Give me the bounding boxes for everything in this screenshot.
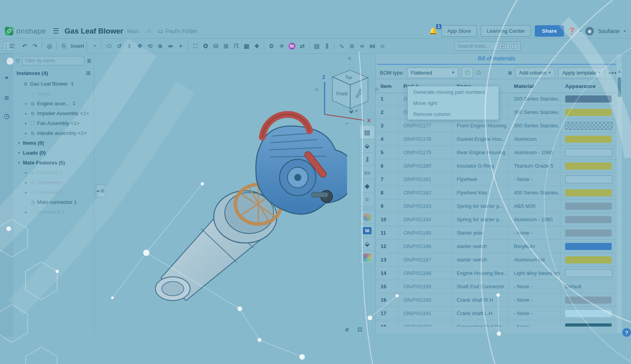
rain-curves-icon[interactable]: ≍	[358, 42, 366, 50]
cell-part-number[interactable]: ON/P/01185	[399, 226, 452, 239]
cell-material[interactable]: 300 Series Stainles...	[509, 92, 560, 105]
cell-material[interactable]: Aluminum	[509, 133, 560, 146]
workspace-name[interactable]: Main	[127, 28, 139, 34]
cell-appearance[interactable]	[560, 226, 617, 239]
cell-name[interactable]: Crank shaft L.H	[452, 307, 509, 320]
tree-item[interactable]: •Origin	[13, 89, 94, 99]
appearance-swatch[interactable]	[565, 269, 612, 277]
add-instance-icon[interactable]: ⁘	[4, 57, 9, 65]
mirror-icon[interactable]: ⇹	[166, 42, 175, 50]
user-avatar[interactable]: ☻	[585, 27, 594, 35]
snap-mode-icon[interactable]: ⌖	[176, 42, 185, 50]
cell-name[interactable]: Starter pole	[452, 226, 509, 239]
pattern-icon[interactable]: ⛁	[211, 42, 220, 50]
link-icon[interactable]: 🔗	[145, 28, 152, 35]
cell-material[interactable]: Beryllium	[509, 240, 560, 253]
cell-part-number[interactable]: ON/P/01186	[399, 240, 452, 253]
cell-name[interactable]: Spring for starter p...	[452, 213, 509, 226]
tree-item[interactable]: ◷Mate connector 1	[13, 197, 94, 207]
cell-appearance[interactable]	[560, 133, 617, 146]
context-menu-item[interactable]: Remove column	[408, 108, 498, 119]
chevron-down-icon[interactable]: ▾	[16, 151, 22, 155]
main-menu-icon[interactable]: ☰	[52, 27, 59, 35]
filter-input[interactable]: Filter by name	[22, 56, 84, 65]
tree-item[interactable]: ▸⧉Impeller Assembly <1>	[13, 108, 94, 118]
cell-part-number[interactable]: ON/P/01191	[399, 307, 452, 320]
cell-appearance[interactable]: Default	[560, 280, 617, 293]
table-icon[interactable]: ▦	[242, 42, 251, 50]
bom-scrollbar[interactable]: ▲	[617, 54, 622, 333]
cell-name[interactable]: Crank shaft R.H	[452, 293, 509, 306]
appearance-swatch[interactable]	[565, 323, 612, 327]
scroll-thumb[interactable]	[618, 77, 621, 97]
bowtie-icon[interactable]: ⋈	[368, 42, 377, 50]
sync-icon[interactable]: ◎	[45, 42, 54, 50]
col-material[interactable]: Material	[509, 83, 560, 89]
insert-person-icon[interactable]: ⊞	[222, 42, 230, 50]
help-bubble-button[interactable]: ?	[622, 328, 631, 337]
table-row[interactable]: 18ON/P/01192Connecting Rod Pin- None -	[376, 320, 617, 327]
appearance-swatch[interactable]	[565, 310, 612, 317]
app-cube-icon[interactable]: ⬙	[360, 237, 375, 250]
cell-material[interactable]: 400 Series Stainles...	[509, 186, 560, 199]
cell-appearance[interactable]	[560, 159, 617, 172]
table-row[interactable]: 11ON/P/01185Starter pole- None -	[376, 226, 617, 240]
appearance-swatch[interactable]	[565, 162, 612, 170]
cell-material[interactable]: 300 Series Stainles...	[509, 106, 560, 119]
add-column-button[interactable]: Add column ▾	[515, 67, 555, 78]
table-row[interactable]: 6ON/P/01180Insulator O-RingTitanium Grad…	[376, 159, 617, 173]
app-store-button[interactable]: App Store	[441, 25, 477, 37]
app-ni-icon[interactable]: NI	[360, 224, 375, 237]
appearance-swatch[interactable]	[565, 189, 612, 196]
history-icon[interactable]: ◷	[4, 112, 10, 120]
appearance-swatch[interactable]	[565, 297, 612, 304]
appearance-swatch[interactable]	[565, 216, 612, 223]
table-row[interactable]: 13ON/P/01187starter switchAluminum foil	[376, 253, 617, 267]
cell-material[interactable]: - None -	[509, 293, 560, 306]
mate-icon[interactable]: ⬭	[105, 42, 113, 50]
revolute-mate-icon[interactable]: ↺	[115, 42, 123, 50]
chevron-right-icon[interactable]: ▸	[23, 111, 29, 116]
cell-appearance[interactable]	[560, 106, 617, 119]
cell-part-number[interactable]: ON/P/01192	[399, 320, 452, 327]
chevron-right-icon[interactable]: ▸	[23, 190, 29, 194]
cell-appearance[interactable]	[560, 253, 617, 266]
analysis-icon[interactable]: ⫼	[323, 42, 331, 50]
appearance-icon[interactable]: ◆	[360, 179, 375, 192]
cell-name[interactable]: Shaft End Connector	[452, 280, 509, 293]
translate-icon[interactable]: ✥	[135, 42, 144, 50]
open-external-icon[interactable]: ⧉	[476, 69, 481, 76]
cell-appearance[interactable]	[560, 186, 617, 199]
cell-part-number[interactable]: ON/P/01182	[399, 186, 452, 199]
app-color-icon[interactable]	[360, 210, 375, 224]
bom-panel-icon[interactable]: ▤	[360, 125, 375, 139]
cell-part-number[interactable]: ON/P/01180	[399, 159, 452, 172]
context-menu-item[interactable]: Generate missing part numbers	[408, 86, 498, 97]
rotate-parts-icon[interactable]: ⟲	[146, 42, 154, 50]
add-folder-icon[interactable]: ⊞	[86, 70, 91, 76]
cell-appearance[interactable]	[560, 119, 617, 132]
appearance-swatch[interactable]	[565, 256, 612, 263]
cell-name[interactable]: Connecting Rod Pin	[452, 320, 509, 327]
cell-name[interactable]: Front Engine Housing	[452, 119, 509, 132]
cell-part-number[interactable]: ON/P/01179	[399, 146, 452, 159]
table-row[interactable]: 10ON/P/01184Spring for starter p...Alumi…	[376, 213, 617, 226]
insert-icon[interactable]: ⎘	[60, 42, 68, 50]
drawing-icon[interactable]: ▤	[312, 42, 321, 50]
appearance-swatch[interactable]	[565, 136, 612, 143]
gear-icon[interactable]: ⚙	[267, 42, 276, 50]
tree-item[interactable]: ▾Loads (0)	[13, 148, 94, 158]
rotate-view-icon[interactable]: ◔	[90, 42, 99, 50]
list-options-icon[interactable]: ≣	[87, 58, 91, 64]
user-name[interactable]: Soufiane	[598, 28, 620, 34]
bom-more-button[interactable]: •••	[609, 69, 617, 76]
replicate-icon[interactable]: ❂	[201, 42, 210, 50]
chevron-right-icon[interactable]: ▸	[23, 170, 29, 175]
cell-material[interactable]: - None -	[509, 307, 560, 320]
cell-material[interactable]: - None -	[509, 280, 560, 293]
table-row[interactable]: 14ON/P/01188Engine Housing Bea...Light a…	[376, 267, 617, 280]
tree-item[interactable]: ▸⛶Fan Assembly <1>	[13, 118, 94, 128]
cell-part-number[interactable]: ON/P/01181	[399, 173, 452, 186]
cell-appearance[interactable]	[560, 92, 617, 105]
table-row[interactable]: 3ON/P/01177Front Engine Housing300 Serie…	[376, 119, 617, 133]
